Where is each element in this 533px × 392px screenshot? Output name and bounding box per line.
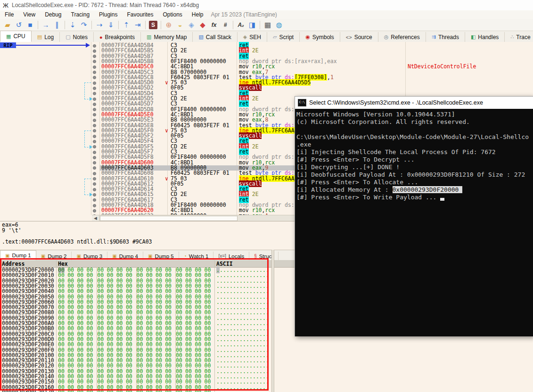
menu-item-plugins[interactable]: Plugins <box>94 11 122 18</box>
dump-byte: 00 <box>185 390 192 392</box>
menu-item-view[interactable]: View <box>18 11 40 18</box>
breakpoint-dot[interactable] <box>93 193 96 196</box>
breakpoint-dot[interactable] <box>93 182 96 186</box>
breakpoint-dot[interactable] <box>93 65 96 69</box>
breakpoint-dot[interactable] <box>93 140 96 143</box>
breakpoint-dot[interactable] <box>93 129 96 132</box>
tab-dump-3[interactable]: ▣Dump 3 <box>72 252 107 261</box>
disasm-row[interactable]: 00007FFC6AA4D5B4C3ret <box>0 43 533 49</box>
tab-source[interactable]: <>Source <box>340 32 378 42</box>
tab-dump-2[interactable]: ▣Dump 2 <box>36 252 72 261</box>
breakpoint-dot[interactable] <box>93 204 96 207</box>
tab-seh[interactable]: ◈SEH <box>238 32 267 42</box>
functions-icon[interactable]: fx <box>208 19 220 31</box>
breakpoint-dot[interactable] <box>93 135 96 138</box>
tab-script[interactable]: ▱Script <box>267 32 300 42</box>
run-icon[interactable]: → <box>40 19 51 31</box>
tab-watch-1-icon: ◔ <box>184 253 187 259</box>
step-into-icon[interactable]: ⇣ <box>67 19 78 31</box>
cmd-window-title: Select C:\Windows\System32\cmd.exe - .\L… <box>309 99 483 106</box>
cmd-title-bar[interactable]: C:\ Select C:\Windows\System32\cmd.exe -… <box>295 97 533 109</box>
menu-item-help[interactable]: Help <box>187 11 208 18</box>
trace-into-icon[interactable]: ⇓ <box>105 19 116 31</box>
step-over-icon[interactable]: ↷ <box>78 19 90 31</box>
tab-trace[interactable]: ∴Trace <box>505 32 533 42</box>
breakpoint-dot[interactable] <box>93 166 96 170</box>
breakpoint-dot[interactable] <box>93 108 96 111</box>
menu-item-options[interactable]: Options <box>158 11 187 18</box>
tab-dump-1[interactable]: ▣Dump 1 <box>0 250 36 261</box>
tab-breakpoints[interactable]: ●Breakpoints <box>94 32 141 42</box>
tab-threads[interactable]: ⇉Threads <box>426 32 465 42</box>
tab-locals[interactable]: [x=]Locals <box>213 252 249 261</box>
globe-icon[interactable]: ◍ <box>273 19 285 31</box>
breakpoint-dot[interactable] <box>93 92 96 95</box>
tab-notes[interactable]: ▢Notes <box>60 32 94 42</box>
breakpoint-dot[interactable] <box>93 119 96 122</box>
menu-item-debug[interactable]: Debug <box>40 11 66 18</box>
calculator-icon[interactable]: ▦ <box>262 19 273 31</box>
tab-dump-5[interactable]: ▣Dump 5 <box>143 252 179 261</box>
breakpoint-dot[interactable] <box>93 60 96 63</box>
disasm-row[interactable]: 00007FFC6AA4D5D0∨75 03jne ntdll.7FFC6AA4… <box>0 80 533 86</box>
console-line: [#] Press <Enter> To Allocate ... <box>296 179 533 186</box>
disasm-row[interactable]: 00007FFC6AA4D5D4C3ret <box>0 91 533 97</box>
breakpoint-dot[interactable] <box>93 145 96 148</box>
labels-icon[interactable]: ◈ <box>186 19 197 31</box>
restart-icon[interactable]: ↺ <box>13 19 25 31</box>
breakpoint-dot[interactable] <box>93 161 96 164</box>
comments-icon[interactable]: ◒ <box>174 19 186 31</box>
az-icon[interactable]: A₂ <box>235 19 246 31</box>
tab-log[interactable]: ▤Log <box>32 32 60 42</box>
breakpoint-dot[interactable] <box>93 87 96 90</box>
disasm-row[interactable]: 00007FFC6AA4D5B5CD 2Eint 2E <box>0 48 533 54</box>
breakpoint-dot[interactable] <box>93 124 96 127</box>
bookmarks-icon[interactable]: ◆ <box>197 19 208 31</box>
tab-symbols[interactable]: ◉Symbols <box>300 32 340 42</box>
stop-icon[interactable]: ■ <box>25 19 36 31</box>
breakpoint-dot[interactable] <box>93 71 96 74</box>
dump-row[interactable]: 00000293D0F20170000000000000000000000000… <box>0 390 283 392</box>
tab-cpu[interactable]: ▦CPU <box>0 31 32 42</box>
pause-icon[interactable]: ∥ <box>51 19 63 31</box>
breakpoint-dot[interactable] <box>93 177 96 180</box>
dump-stack-splitter[interactable] <box>271 250 274 392</box>
menu-item-file[interactable]: File <box>0 11 18 18</box>
breakpoint-dot[interactable] <box>93 198 96 202</box>
menu-item-tracing[interactable]: Tracing <box>66 11 95 18</box>
cmd-window[interactable]: C:\ Select C:\Windows\System32\cmd.exe -… <box>295 96 533 336</box>
patch-icon[interactable]: ⊕ <box>163 19 174 31</box>
settings-s-icon[interactable]: S <box>149 21 157 29</box>
disasm-row[interactable]: 00007FFC6AA4D5D20F05syscall <box>0 85 533 91</box>
menu-item-favourites[interactable]: Favourites <box>122 11 158 18</box>
breakpoint-dot[interactable] <box>93 98 96 101</box>
step-out-icon[interactable]: ⇡ <box>121 19 132 31</box>
run-to-user-code-icon[interactable]: ⇥ <box>132 19 143 31</box>
breakpoint-dot[interactable] <box>93 113 96 116</box>
modules-icon[interactable]: ◨ <box>246 19 258 31</box>
breakpoint-dot[interactable] <box>93 76 96 79</box>
tab-call-stack[interactable]: ▧Call Stack <box>193 32 237 42</box>
tab-struct-icon: § <box>254 253 257 259</box>
breakpoint-dot[interactable] <box>93 156 96 159</box>
breakpoint-dot[interactable] <box>93 188 96 191</box>
breakpoint-dot[interactable] <box>93 172 96 175</box>
title-bar[interactable]: Ж LocalShellcodeExec.exe - PID: 7672 - T… <box>0 0 533 11</box>
tab-dump-4[interactable]: ▣Dump 4 <box>107 252 143 261</box>
breakpoint-dot[interactable] <box>93 55 96 58</box>
breakpoint-dot[interactable] <box>93 49 96 53</box>
hash-icon[interactable]: # <box>220 19 231 31</box>
open-file-icon[interactable]: ▰ <box>2 19 13 31</box>
scrollbar-thumb[interactable] <box>100 216 238 221</box>
tab-references[interactable]: ◎References <box>378 32 426 42</box>
tab-handles[interactable]: ◧Handles <box>465 32 505 42</box>
tab-watch-1[interactable]: ◔Watch 1 <box>179 252 214 261</box>
breakpoint-dot[interactable] <box>93 151 96 154</box>
console-line: [i] Deobfuscated Payload At : 0x00000293… <box>296 171 533 179</box>
breakpoint-dot[interactable] <box>93 82 96 85</box>
breakpoint-dot[interactable] <box>93 44 96 48</box>
breakpoint-dot[interactable] <box>93 103 96 106</box>
tab-memory-map[interactable]: ▥Memory Map <box>141 32 193 42</box>
run-trace-icon[interactable]: ⇢ <box>94 19 105 31</box>
breakpoint-dot[interactable] <box>93 209 96 212</box>
